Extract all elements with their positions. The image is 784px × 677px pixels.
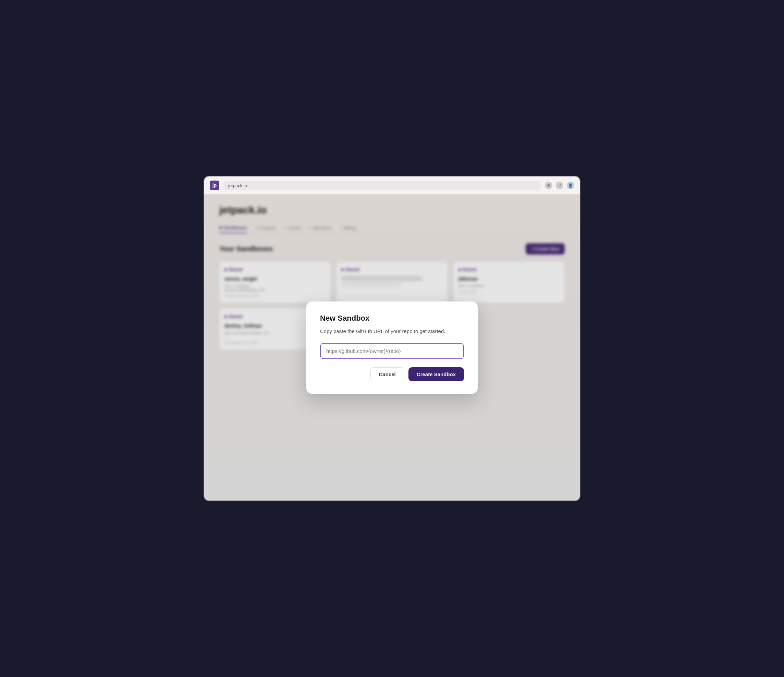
modal-actions: Cancel Create Sandbox [320,367,464,381]
new-sandbox-dialog: New Sandbox Copy paste the GitHub URL of… [306,302,478,394]
settings-icon[interactable]: ⚙ [545,182,552,189]
browser-window: jp jetpack.io · ⚙ ↗ 👤 jetpack.io [204,176,580,501]
browser-chrome: jp jetpack.io · ⚙ ↗ 👤 [204,176,580,195]
modal-title: New Sandbox [320,314,464,323]
user-icon[interactable]: 👤 [567,182,574,189]
github-url-input[interactable] [320,343,464,359]
modal-description: Copy paste the GitHub URL of your repo t… [320,328,464,335]
cancel-button[interactable]: Cancel [370,367,404,381]
url-text: jetpack.io · [228,183,249,188]
app-logo: jp [210,181,219,190]
modal-overlay: New Sandbox Copy paste the GitHub URL of… [204,195,580,501]
create-sandbox-button[interactable]: Create Sandbox [408,367,464,381]
browser-actions: ⚙ ↗ 👤 [545,182,574,189]
share-icon[interactable]: ↗ [556,182,563,189]
url-bar[interactable]: jetpack.io · [223,181,541,190]
